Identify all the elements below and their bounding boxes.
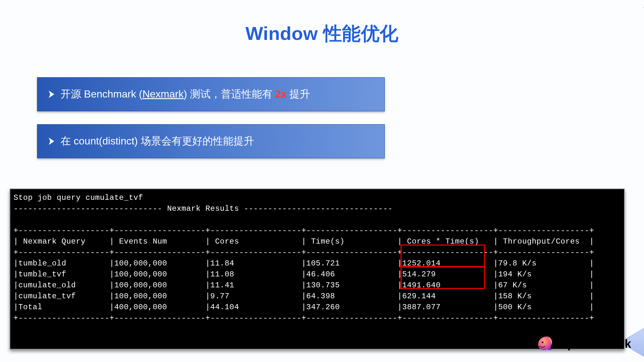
footer-brand: Apache Flink [536,335,631,353]
terminal-row-tumble-tvf: |tumble_tvf |100,000,000 |11.08 |46.406 … [14,270,594,279]
terminal-separator: +-------------------+-------------------… [14,226,594,235]
terminal-row-tumble-old: |tumble_old |100,000,000 |11.84 |105.721… [14,259,594,268]
terminal-separator: +-------------------+-------------------… [14,248,594,257]
bullet-arrow-icon: ➤ [48,135,54,147]
terminal-output: Stop job query cumulate_tvf ------------… [10,189,625,349]
terminal-row-cumulate-tvf: |cumulate_tvf |100,000,000 |9.77 |64.398… [14,292,594,301]
bullet-panel-1: ➤ 开源 Benchmark (Nexmark) 测试，普适性能有 2x 提升 [37,77,385,111]
slide-title: Window 性能优化 [0,21,644,46]
panel1-text-mid: ) 测试，普适性能有 [184,88,275,100]
terminal-banner: ------------------------------- Nexmark … [14,204,393,213]
svg-point-0 [542,341,544,343]
terminal-row-cumulate-old: |cumulate_old |100,000,000 |11.41 |130.7… [14,281,594,290]
bullet-panel-2: ➤ 在 count(distinct) 场景会有更好的性能提升 [37,124,385,158]
flink-squirrel-icon [536,335,554,353]
panel1-link-nexmark[interactable]: Nexmark [142,88,184,100]
panel1-highlight-2x: 2x [275,88,287,100]
panel1-text-post: 提升 [287,88,310,100]
bullet-arrow-icon: ➤ [48,88,54,100]
terminal-stop-line: Stop job query cumulate_tvf [14,193,143,202]
terminal-separator: +-------------------+-------------------… [14,314,594,322]
terminal-header-row: | Nexmark Query | Events Num | Cores | T… [14,237,594,246]
panel1-text-pre: 开源 Benchmark ( [61,88,142,100]
footer-text: Apache Flink [559,337,631,351]
terminal-row-total: |Total |400,000,000 |44.104 |347.260 |38… [14,303,594,311]
panel2-text: 在 count(distinct) 场景会有更好的性能提升 [61,135,254,147]
